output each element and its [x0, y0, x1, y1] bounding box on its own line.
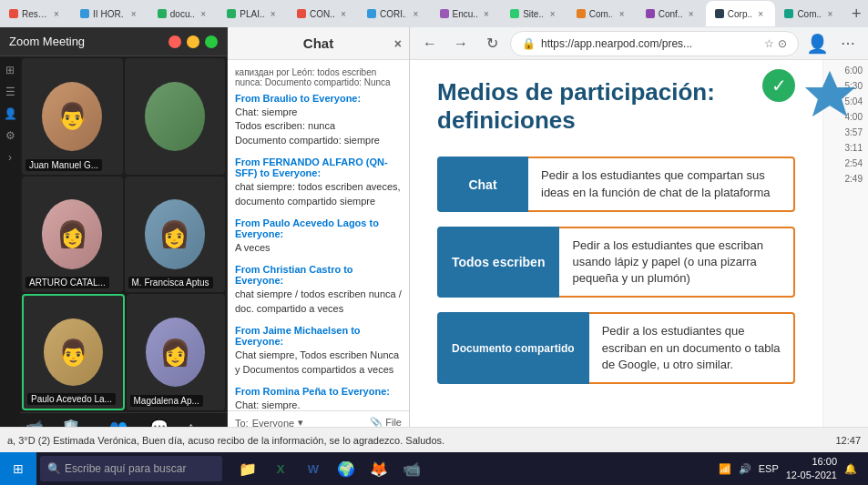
nearpod-logo [805, 69, 822, 119]
back-button[interactable]: ← [417, 31, 443, 56]
browser-menu[interactable]: ⋯ [835, 31, 861, 56]
zoom-close-btn[interactable] [168, 35, 181, 48]
taskbar-app-chrome[interactable]: 🌍 [332, 454, 361, 483]
tab-close-2[interactable]: × [128, 7, 138, 20]
participation-item-2: Todos escriben Pedir a los estudiantes q… [437, 227, 795, 298]
tab-close-10[interactable]: × [686, 7, 697, 20]
taskbar-lang: ESP [759, 463, 779, 474]
chat-panel: Chat × капиздан por León: todos escriben… [228, 27, 410, 452]
tab-5[interactable]: CON... × [288, 1, 358, 26]
zoom-menu-icon[interactable]: ☰ [5, 86, 15, 98]
url-text: https://app.nearpod.com/pres... [541, 37, 759, 50]
taskbar-network-icon: 📶 [719, 463, 731, 475]
video-cell-5[interactable]: 👨 Paulo Acevedo La... [22, 294, 125, 410]
zoom-settings-icon[interactable]: ⚙ [5, 129, 15, 142]
bookmark-icon[interactable]: ☆ [764, 37, 774, 50]
tab-2[interactable]: II HOR... × [71, 1, 148, 26]
todos-escriben-btn[interactable]: Todos escriben [437, 227, 559, 298]
tab-1[interactable]: Resu... × [0, 1, 71, 26]
chat-messages-area: капиздан por León: todos escriben nunca:… [228, 60, 409, 410]
zoom-profile-icon[interactable]: 👤 [4, 107, 17, 120]
tab-close-9[interactable]: × [616, 7, 627, 20]
video-label-4: M. Francisca Aptus [128, 277, 213, 288]
lock-icon: 🔒 [522, 37, 536, 50]
tab-close-6[interactable]: × [410, 7, 421, 20]
search-icon: 🔍 [47, 462, 61, 475]
time-6: 3:11 [825, 141, 866, 155]
browser-window: ← → ↻ 🔒 https://app.nearpod.com/pres... … [410, 27, 868, 452]
chat-sender-5: From Jaime Michaelsen to Everyone: [235, 325, 402, 347]
chat-close-btn[interactable]: × [394, 36, 402, 51]
tab-3[interactable]: docu... × [148, 1, 219, 26]
chat-text-6: Chat: siempre. Todos escriben: a veces. … [235, 399, 402, 410]
refresh-button[interactable]: ↻ [479, 31, 505, 56]
tab-close-11[interactable]: × [755, 7, 766, 20]
tab-close-12[interactable]: × [824, 7, 835, 20]
video-row-3: 👨 Paulo Acevedo La... 👩 Magdalena Ap... [22, 294, 225, 410]
browser-profile[interactable]: 👤 [804, 31, 830, 56]
tab-10[interactable]: Conf... × [637, 1, 706, 26]
tab-7[interactable]: Encu... × [431, 1, 502, 26]
start-button[interactable]: ⊞ [0, 452, 36, 485]
documento-desc: Pedir a los estudiantes que escriban en … [589, 312, 795, 384]
zoom-grid-icon[interactable]: ⊞ [5, 64, 15, 76]
browser-tabs-bar: Resu... × II HOR... × docu... × PLAI... … [0, 0, 868, 27]
nearpod-logo-svg [805, 69, 822, 119]
notifications-icon[interactable]: 🔔 [844, 463, 857, 475]
nearpod-area: ✓ Medios de participación: definiciones [410, 60, 868, 452]
tab-close-4[interactable]: × [268, 7, 279, 20]
tab-close-7[interactable]: × [481, 7, 492, 20]
video-label-3: ARTURO CATAL... [26, 277, 109, 288]
video-cell-3[interactable]: 👩 ARTURO CATAL... [22, 177, 123, 293]
forward-button[interactable]: → [448, 31, 474, 56]
taskbar-app-word[interactable]: W [299, 454, 328, 483]
time-8: 2:49 [825, 172, 866, 186]
chat-sender-4: From Christian Castro to Everyone: [235, 264, 402, 286]
video-cell-4[interactable]: 👩 M. Francisca Aptus [125, 177, 226, 293]
tab-close-8[interactable]: × [546, 7, 557, 20]
chat-msg-3: From Paulo Acevedo Lagos to Everyone: A … [235, 217, 402, 255]
video-row-2: 👩 ARTURO CATAL... 👩 M. Francisca Aptus [22, 177, 225, 293]
documento-btn[interactable]: Documento compartido [437, 312, 589, 384]
taskbar-app-explorer[interactable]: 📁 [233, 454, 262, 483]
tab-11[interactable]: Corp... × [706, 1, 776, 26]
tab-close-5[interactable]: × [338, 7, 349, 20]
tab-8[interactable]: Site... × [501, 1, 567, 26]
chat-msg-6: From Romina Peña to Everyone: Chat: siem… [235, 386, 402, 410]
chat-text-3: A veces [235, 241, 402, 255]
add-tab-button[interactable]: + [844, 1, 868, 26]
video-grid: 👨 Juan Manuel G... 👩 ARTURO CATAL... [20, 56, 227, 412]
taskbar-search[interactable]: 🔍 Escribe aquí para buscar [40, 456, 222, 481]
zoom-minimize-btn[interactable] [187, 35, 199, 48]
taskbar-app-excel[interactable]: X [266, 454, 295, 483]
video-cell-1[interactable]: 👨 Juan Manuel G... [22, 58, 123, 175]
taskbar-volume-icon: 🔊 [739, 463, 751, 475]
tab-4[interactable]: PLAI... × [218, 1, 288, 26]
chat-sender-6: From Romina Peña to Everyone: [235, 386, 402, 397]
chat-text-2: chat siempre: todos escriben aveces, doc… [235, 180, 402, 208]
chat-text-4: chat siempre / todos escriben nunca / do… [235, 288, 402, 316]
avatar-4: 👩 [145, 199, 205, 269]
zoom-chevron-icon[interactable]: › [8, 151, 12, 164]
avatar-2 [145, 82, 205, 152]
tab-9[interactable]: Com... × [567, 1, 637, 26]
taskbar-app-firefox[interactable]: 🦊 [364, 454, 393, 483]
taskbar-time: 16:00 12-05-2021 [786, 455, 837, 483]
svg-marker-1 [805, 71, 822, 116]
chat-btn[interactable]: Chat [437, 157, 528, 211]
time-7: 2:54 [825, 157, 866, 170]
bottom-chat-text: a, 3°D (2) Estimada Verónica, Buen día, … [7, 435, 444, 446]
tab-close-1[interactable]: × [51, 7, 62, 20]
tab-12[interactable]: Com... × [775, 1, 844, 26]
excel-icon: X [277, 462, 285, 476]
browser-url-actions: ☆ ⊙ [764, 37, 787, 50]
zoom-maximize-btn[interactable] [205, 35, 218, 48]
tab-6[interactable]: CORI... × [358, 1, 431, 26]
video-cell-2[interactable] [125, 58, 226, 175]
taskbar-app-zoom[interactable]: 📹 [397, 454, 426, 483]
video-cell-6[interactable]: 👩 Magdalena Ap... [127, 294, 226, 410]
url-bar[interactable]: 🔒 https://app.nearpod.com/pres... ☆ ⊙ [510, 31, 799, 56]
reader-icon[interactable]: ⊙ [778, 37, 787, 50]
check-badge: ✓ [762, 69, 795, 102]
tab-close-3[interactable]: × [198, 7, 209, 20]
